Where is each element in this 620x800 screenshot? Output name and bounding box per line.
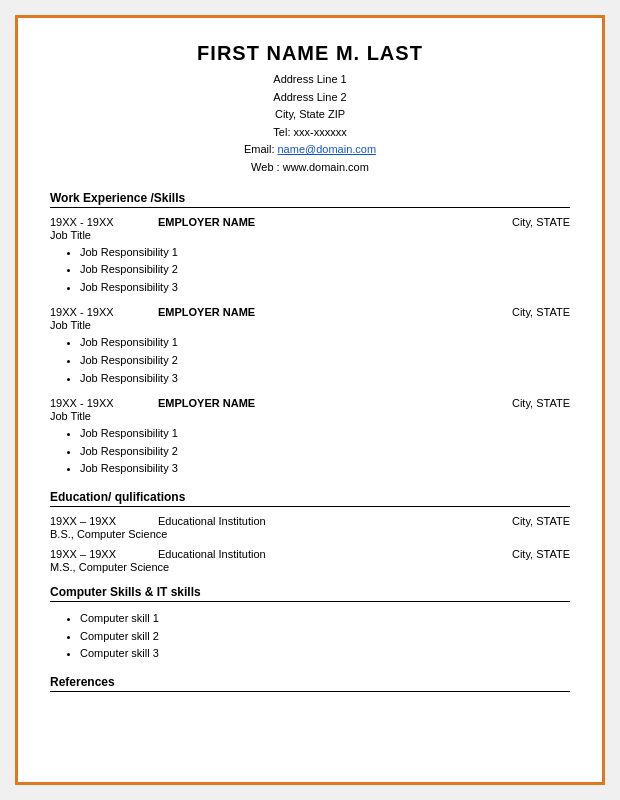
skills-list: Computer skill 1 Computer skill 2 Comput… [80,610,570,663]
city-state-zip: City, State ZIP [50,106,570,124]
edu-block-2: 19XX – 19XX Educational Institution City… [50,548,570,573]
email-line: Email: name@domain.com [50,141,570,159]
job-dates-2: 19XX - 19XX [50,306,140,318]
edu-degree-2: M.S., Computer Science [50,561,570,573]
list-item: Job Responsibility 3 [80,370,570,388]
address-line1: Address Line 1 [50,71,570,89]
job-line-1: 19XX - 19XX EMPLOYER NAME City, STATE [50,216,570,228]
list-item: Job Responsibility 2 [80,352,570,370]
job-city-2: City, STATE [512,306,570,318]
job-title-1: Job Title [50,229,570,241]
edu-institution-1: Educational Institution [158,515,512,527]
web-label: Web : [251,161,280,173]
edu-line-2: 19XX – 19XX Educational Institution City… [50,548,570,560]
edu-line-1: 19XX – 19XX Educational Institution City… [50,515,570,527]
references-header: References [50,675,570,692]
tel: Tel: xxx-xxxxxx [50,124,570,142]
web-line: Web : www.domain.com [50,159,570,177]
email-label: Email: [244,143,275,155]
job-city-1: City, STATE [512,216,570,228]
job-line-3: 19XX - 19XX EMPLOYER NAME City, STATE [50,397,570,409]
email-link[interactable]: name@domain.com [278,143,377,155]
list-item: Job Responsibility 3 [80,279,570,297]
edu-block-1: 19XX – 19XX Educational Institution City… [50,515,570,540]
resume-name: FIRST NAME M. LAST [50,42,570,65]
list-item: Job Responsibility 2 [80,443,570,461]
job-dates-3: 19XX - 19XX [50,397,140,409]
computer-skills-header: Computer Skills & IT skills [50,585,570,602]
resume-document: FIRST NAME M. LAST Address Line 1 Addres… [18,18,602,782]
job-responsibilities-1: Job Responsibility 1 Job Responsibility … [80,244,570,297]
work-experience-header: Work Experience /Skills [50,191,570,208]
list-item: Computer skill 1 [80,610,570,628]
job-responsibilities-2: Job Responsibility 1 Job Responsibility … [80,334,570,387]
job-title-3: Job Title [50,410,570,422]
edu-city-1: City, STATE [512,515,570,527]
job-employer-3: EMPLOYER NAME [158,397,512,409]
edu-dates-1: 19XX – 19XX [50,515,140,527]
education-header: Education/ qulifications [50,490,570,507]
list-item: Job Responsibility 1 [80,244,570,262]
list-item: Computer skill 3 [80,645,570,663]
job-dates-1: 19XX - 19XX [50,216,140,228]
edu-city-2: City, STATE [512,548,570,560]
resume-contact: Address Line 1 Address Line 2 City, Stat… [50,71,570,177]
resume-outer-border: FIRST NAME M. LAST Address Line 1 Addres… [15,15,605,785]
web-value: www.domain.com [283,161,369,173]
job-employer-2: EMPLOYER NAME [158,306,512,318]
address-line2: Address Line 2 [50,89,570,107]
edu-degree-1: B.S., Computer Science [50,528,570,540]
list-item: Computer skill 2 [80,628,570,646]
list-item: Job Responsibility 1 [80,425,570,443]
list-item: Job Responsibility 2 [80,261,570,279]
job-responsibilities-3: Job Responsibility 1 Job Responsibility … [80,425,570,478]
job-employer-1: EMPLOYER NAME [158,216,512,228]
job-city-3: City, STATE [512,397,570,409]
edu-institution-2: Educational Institution [158,548,512,560]
job-block-3: 19XX - 19XX EMPLOYER NAME City, STATE Jo… [50,397,570,478]
edu-dates-2: 19XX – 19XX [50,548,140,560]
references-section: References [50,675,570,692]
job-block-1: 19XX - 19XX EMPLOYER NAME City, STATE Jo… [50,216,570,297]
list-item: Job Responsibility 1 [80,334,570,352]
job-line-2: 19XX - 19XX EMPLOYER NAME City, STATE [50,306,570,318]
job-title-2: Job Title [50,319,570,331]
list-item: Job Responsibility 3 [80,460,570,478]
job-block-2: 19XX - 19XX EMPLOYER NAME City, STATE Jo… [50,306,570,387]
